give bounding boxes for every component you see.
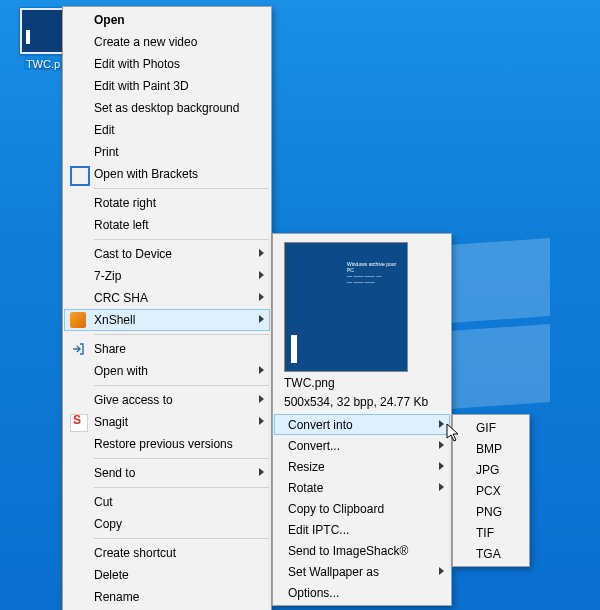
format-bmp[interactable]: BMP — [454, 438, 528, 459]
format-tga[interactable]: TGA — [454, 543, 528, 564]
image-preview: Windows archive pour PC— —— —— —— —— —— — [284, 242, 408, 372]
preview-meta: 500x534, 32 bpp, 24.77 Kb — [274, 395, 450, 414]
chevron-right-icon — [439, 567, 444, 575]
menu-edit[interactable]: Edit — [64, 119, 270, 141]
menu-set-desktop-bg[interactable]: Set as desktop background — [64, 97, 270, 119]
menu-crc-sha[interactable]: CRC SHA — [64, 287, 270, 309]
format-tif[interactable]: TIF — [454, 522, 528, 543]
menu-copy[interactable]: Copy — [64, 513, 270, 535]
menu-share[interactable]: Share — [64, 338, 270, 360]
chevron-right-icon — [439, 483, 444, 491]
chevron-right-icon — [259, 249, 264, 257]
xnshell-icon — [70, 312, 86, 328]
menu-open[interactable]: Open — [64, 9, 270, 31]
separator — [94, 334, 269, 335]
chevron-right-icon — [259, 293, 264, 301]
chevron-right-icon — [259, 271, 264, 279]
submenu-set-wallpaper[interactable]: Set Wallpaper as — [274, 561, 450, 582]
submenu-xnshell: Windows archive pour PC— —— —— —— —— —— … — [272, 233, 452, 606]
preview-filename: TWC.png — [274, 376, 450, 395]
menu-restore-previous[interactable]: Restore previous versions — [64, 433, 270, 455]
submenu-edit-iptc[interactable]: Edit IPTC... — [274, 519, 450, 540]
separator — [94, 239, 269, 240]
menu-give-access[interactable]: Give access to — [64, 389, 270, 411]
context-menu-main: Open Create a new video Edit with Photos… — [62, 6, 272, 610]
format-gif[interactable]: GIF — [454, 417, 528, 438]
brackets-icon — [70, 166, 90, 186]
submenu-convert-into[interactable]: Convert into — [274, 414, 450, 435]
format-pcx[interactable]: PCX — [454, 480, 528, 501]
chevron-right-icon — [439, 441, 444, 449]
submenu-convert-formats: GIF BMP JPG PCX PNG TIF TGA — [452, 414, 530, 567]
chevron-right-icon — [259, 366, 264, 374]
desktop[interactable]: TWC.p Open Create a new video Edit with … — [0, 0, 600, 610]
menu-create-video[interactable]: Create a new video — [64, 31, 270, 53]
file-thumbnail — [20, 8, 66, 54]
submenu-options[interactable]: Options... — [274, 582, 450, 603]
submenu-resize[interactable]: Resize — [274, 456, 450, 477]
menu-send-to[interactable]: Send to — [64, 462, 270, 484]
format-jpg[interactable]: JPG — [454, 459, 528, 480]
menu-snagit[interactable]: Snagit — [64, 411, 270, 433]
chevron-right-icon — [439, 420, 444, 428]
chevron-right-icon — [439, 462, 444, 470]
chevron-right-icon — [259, 315, 264, 323]
menu-rotate-left[interactable]: Rotate left — [64, 214, 270, 236]
share-icon — [70, 341, 86, 357]
menu-print[interactable]: Print — [64, 141, 270, 163]
menu-cut[interactable]: Cut — [64, 491, 270, 513]
chevron-right-icon — [259, 417, 264, 425]
menu-cast-to-device[interactable]: Cast to Device — [64, 243, 270, 265]
preview-container: Windows archive pour PC— —— —— —— —— —— — [274, 236, 450, 372]
submenu-imageshack[interactable]: Send to ImageShack® — [274, 540, 450, 561]
menu-create-shortcut[interactable]: Create shortcut — [64, 542, 270, 564]
menu-delete[interactable]: Delete — [64, 564, 270, 586]
separator — [94, 188, 269, 189]
separator — [94, 458, 269, 459]
format-png[interactable]: PNG — [454, 501, 528, 522]
menu-7zip[interactable]: 7-Zip — [64, 265, 270, 287]
menu-edit-photos[interactable]: Edit with Photos — [64, 53, 270, 75]
separator — [94, 385, 269, 386]
menu-open-with[interactable]: Open with — [64, 360, 270, 382]
snagit-icon — [70, 414, 88, 432]
separator — [94, 538, 269, 539]
menu-xnshell[interactable]: XnShell — [64, 309, 270, 331]
menu-open-brackets[interactable]: Open with Brackets — [64, 163, 270, 185]
menu-edit-paint3d[interactable]: Edit with Paint 3D — [64, 75, 270, 97]
submenu-convert[interactable]: Convert... — [274, 435, 450, 456]
menu-rotate-right[interactable]: Rotate right — [64, 192, 270, 214]
chevron-right-icon — [259, 468, 264, 476]
file-label: TWC.p — [24, 58, 62, 70]
chevron-right-icon — [259, 395, 264, 403]
submenu-rotate[interactable]: Rotate — [274, 477, 450, 498]
menu-rename[interactable]: Rename — [64, 586, 270, 608]
separator — [94, 487, 269, 488]
submenu-copy-clipboard[interactable]: Copy to Clipboard — [274, 498, 450, 519]
